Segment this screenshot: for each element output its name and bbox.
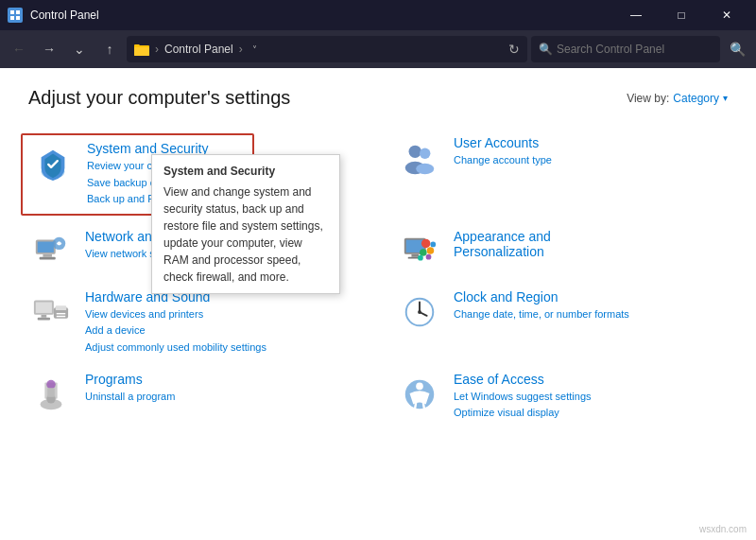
title-bar: Control Panel — □ ✕	[0, 0, 756, 30]
dropdown-button[interactable]: ⌄	[66, 36, 93, 62]
address-field[interactable]: › Control Panel › ˅ ↻	[127, 36, 527, 62]
appearance-text: Appearance andPersonalization	[454, 229, 728, 261]
svg-rect-13	[40, 256, 56, 259]
viewby-value[interactable]: Category	[673, 92, 719, 105]
svg-point-8	[420, 148, 430, 159]
svg-point-9	[416, 164, 434, 174]
svg-rect-11	[38, 241, 54, 252]
tooltip: System and Security View and change syst…	[151, 154, 340, 294]
appearance-icon	[397, 229, 442, 274]
svg-point-22	[420, 249, 427, 256]
app-icon	[8, 8, 23, 23]
svg-point-25	[418, 255, 423, 261]
hardware-text: Hardware and Sound View devices and prin…	[85, 289, 359, 357]
refresh-button[interactable]: ↻	[508, 42, 520, 57]
hardware-link3[interactable]: Adjust commonly used mobility settings	[85, 340, 359, 357]
programs-text: Programs Uninstall a program	[85, 372, 359, 406]
svg-rect-12	[43, 254, 52, 257]
folder-icon	[134, 44, 149, 56]
address-dropdown-arrow[interactable]: ˅	[252, 44, 257, 55]
user-accounts-link1[interactable]: Change account type	[454, 152, 728, 169]
minimize-button[interactable]: —	[614, 0, 658, 30]
address-crumb[interactable]: Control Panel	[164, 43, 233, 56]
main-content: Adjust your computer's settings View by:…	[0, 68, 756, 540]
ease-of-access-icon	[397, 372, 442, 417]
svg-rect-28	[42, 315, 47, 318]
category-user-accounts: User Accounts Change account type	[397, 128, 728, 221]
search-box[interactable]: 🔍	[531, 36, 720, 62]
svg-rect-43	[47, 388, 55, 397]
svg-point-21	[427, 247, 435, 254]
svg-point-24	[426, 254, 432, 260]
search-button[interactable]: 🔍	[724, 36, 750, 62]
svg-rect-2	[16, 10, 20, 14]
user-accounts-icon	[397, 135, 442, 181]
clock-title[interactable]: Clock and Region	[454, 289, 728, 305]
user-accounts-text: User Accounts Change account type	[454, 135, 728, 169]
svg-rect-32	[57, 313, 66, 314]
svg-rect-18	[411, 254, 419, 257]
maximize-button[interactable]: □	[660, 0, 703, 30]
svg-point-20	[421, 238, 431, 248]
programs-link1[interactable]: Uninstall a program	[85, 389, 359, 406]
address-sep: ›	[155, 43, 159, 56]
watermark: wsxdn.com	[699, 524, 747, 534]
svg-rect-3	[10, 16, 14, 20]
page-title: Adjust your computer's settings	[28, 87, 290, 109]
svg-rect-29	[38, 317, 50, 320]
forward-button[interactable]: →	[36, 36, 62, 62]
hardware-link1[interactable]: View devices and printers	[85, 306, 359, 323]
address-sep2: ›	[239, 43, 243, 56]
window-controls: — □ ✕	[614, 0, 748, 30]
hardware-icon	[28, 289, 74, 335]
user-accounts-title[interactable]: User Accounts	[454, 135, 728, 150]
svg-point-15	[58, 241, 61, 245]
view-by-control: View by: Category ▾	[627, 92, 728, 105]
close-button[interactable]: ✕	[705, 0, 748, 30]
programs-title[interactable]: Programs	[85, 372, 359, 387]
category-ease-of-access: Ease of Access Let Windows suggest setti…	[397, 364, 728, 429]
svg-rect-1	[10, 10, 14, 14]
programs-icon	[28, 372, 74, 417]
system-security-icon	[30, 141, 76, 186]
svg-point-41	[46, 379, 56, 389]
viewby-arrow[interactable]: ▾	[723, 93, 728, 103]
ease-of-access-link1[interactable]: Let Windows suggest settings	[454, 389, 728, 406]
svg-point-38	[418, 310, 421, 314]
ease-of-access-title[interactable]: Ease of Access	[454, 372, 728, 387]
categories-grid: System and Security Review your computer…	[28, 128, 728, 429]
category-programs: Programs Uninstall a program	[28, 364, 359, 429]
page-header: Adjust your computer's settings View by:…	[28, 87, 728, 109]
window-title: Control Panel	[30, 9, 614, 22]
svg-point-6	[409, 146, 421, 158]
network-icon	[28, 229, 74, 274]
tooltip-body: View and change system and security stat…	[163, 185, 323, 284]
svg-rect-31	[56, 305, 66, 310]
search-icon: 🔍	[539, 43, 553, 56]
svg-rect-4	[16, 16, 20, 20]
tooltip-title: System and Security	[163, 163, 328, 180]
viewby-label: View by:	[627, 92, 669, 105]
ease-of-access-text: Ease of Access Let Windows suggest setti…	[454, 372, 728, 422]
address-bar: ← → ⌄ ↑ › Control Panel › ˅ ↻ 🔍 🔍	[0, 30, 756, 68]
svg-rect-33	[57, 316, 66, 317]
clock-text: Clock and Region Change date, time, or n…	[454, 289, 728, 323]
hardware-link2[interactable]: Add a device	[85, 322, 359, 340]
svg-point-23	[430, 241, 436, 247]
back-button[interactable]: ←	[6, 36, 32, 62]
category-appearance: Appearance andPersonalization	[397, 221, 728, 282]
svg-rect-27	[36, 302, 52, 312]
svg-point-45	[416, 382, 423, 390]
category-system-security: System and Security Review your computer…	[28, 128, 359, 221]
clock-link1[interactable]: Change date, time, or number formats	[454, 306, 728, 323]
up-button[interactable]: ↑	[96, 36, 123, 62]
ease-of-access-link2[interactable]: Optimize visual display	[454, 405, 728, 422]
clock-icon	[397, 289, 442, 335]
category-clock: Clock and Region Change date, time, or n…	[397, 282, 728, 364]
search-input[interactable]	[557, 43, 713, 56]
appearance-title[interactable]: Appearance andPersonalization	[454, 229, 728, 259]
